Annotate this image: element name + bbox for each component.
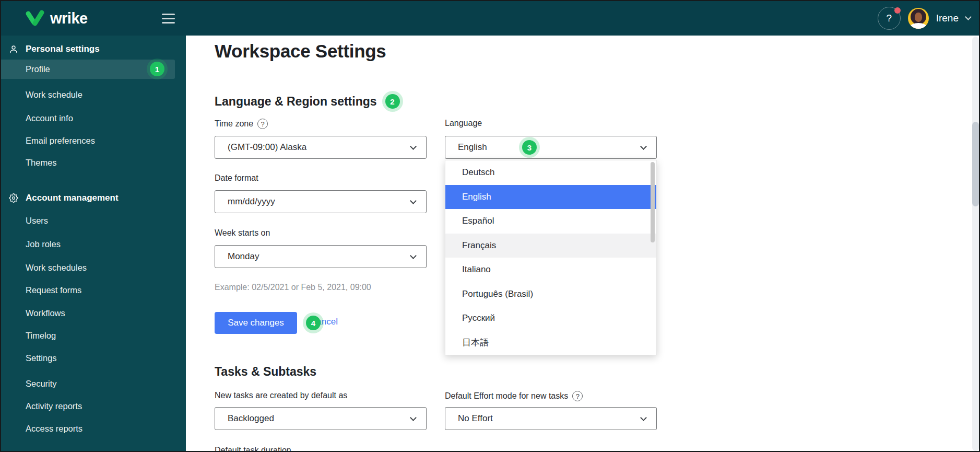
dropdown-scrollbar-thumb[interactable] bbox=[651, 162, 655, 242]
menu-bar bbox=[162, 18, 175, 19]
effort-mode-label: Default Effort mode for new tasks ? bbox=[445, 391, 583, 401]
sidebar-item-access-reports[interactable]: Access reports bbox=[1, 419, 175, 438]
language-option-italiano[interactable]: Italiano bbox=[445, 258, 656, 282]
section-heading-language-region: Language & Region settings bbox=[215, 95, 377, 109]
question-mark-icon: ? bbox=[886, 13, 892, 24]
sidebar-item-activity-reports[interactable]: Activity reports bbox=[1, 397, 175, 416]
sidebar-section-personal-settings: Personal settings bbox=[1, 41, 186, 57]
chevron-down-icon bbox=[640, 143, 647, 150]
annotation-badge-3: 3 bbox=[522, 140, 537, 155]
help-icon[interactable]: ? bbox=[257, 119, 268, 129]
notification-dot bbox=[894, 7, 901, 14]
menu-button[interactable] bbox=[162, 8, 182, 28]
chevron-down-icon bbox=[410, 252, 417, 259]
chevron-down-icon[interactable] bbox=[965, 14, 972, 20]
wrike-logo: wrike bbox=[24, 1, 88, 36]
section-heading-tasks-subtasks: Tasks & Subtasks bbox=[215, 365, 316, 379]
topbar: wrike ? Irene bbox=[1, 1, 979, 36]
save-changes-button[interactable]: Save changes bbox=[215, 312, 297, 334]
avatar-face bbox=[915, 13, 922, 22]
page-scrollbar-thumb[interactable] bbox=[972, 122, 979, 206]
wrike-check-icon bbox=[24, 10, 45, 27]
menu-bar bbox=[162, 14, 175, 15]
effort-mode-select[interactable]: No Effort bbox=[445, 407, 657, 430]
week-starts-on-label: Week starts on bbox=[215, 228, 270, 238]
chevron-down-icon bbox=[640, 414, 647, 421]
new-tasks-default-select[interactable]: Backlogged bbox=[215, 407, 427, 430]
date-format-label: Date format bbox=[215, 173, 258, 183]
week-starts-on-value: Monday bbox=[228, 251, 259, 262]
sidebar-item-email-preferences[interactable]: Email preferences bbox=[1, 131, 175, 150]
chevron-down-icon bbox=[410, 198, 417, 204]
annotation-badge-2: 2 bbox=[385, 94, 400, 109]
time-zone-label: Time zone ? bbox=[215, 119, 268, 129]
help-icon[interactable]: ? bbox=[572, 391, 583, 401]
language-option-nihongo[interactable]: 日本語 bbox=[445, 331, 656, 355]
sidebar-item-workflows[interactable]: Workflows bbox=[1, 304, 175, 323]
gear-icon bbox=[9, 193, 18, 203]
effort-mode-value: No Effort bbox=[458, 413, 493, 424]
new-tasks-default-label: New tasks are created by default as bbox=[215, 391, 347, 400]
default-task-duration-label: Default task duration bbox=[215, 446, 291, 451]
sidebar-section-account-management: Account management bbox=[1, 190, 186, 206]
user-avatar[interactable] bbox=[908, 8, 929, 29]
settings-sidebar: Personal settings Profile 1 Work schedul… bbox=[1, 36, 186, 451]
sidebar-item-job-roles[interactable]: Job roles bbox=[1, 235, 175, 254]
date-format-select[interactable]: mm/dd/yyyy bbox=[215, 190, 427, 213]
annotation-badge-4: 4 bbox=[306, 316, 321, 330]
tasks-subtasks-heading-row: Tasks & Subtasks bbox=[215, 365, 316, 379]
week-starts-on-select[interactable]: Monday bbox=[215, 245, 427, 268]
date-format-value: mm/dd/yyyy bbox=[228, 196, 275, 207]
chevron-down-icon bbox=[410, 414, 417, 421]
sidebar-item-work-schedules[interactable]: Work schedules bbox=[1, 258, 175, 277]
sidebar-item-account-info[interactable]: Account info bbox=[1, 109, 175, 128]
person-icon bbox=[9, 44, 18, 54]
wrike-wordmark: wrike bbox=[50, 10, 88, 27]
annotation-badge-1: 1 bbox=[150, 62, 164, 76]
time-zone-value: (GMT-09:00) Alaska bbox=[228, 142, 306, 153]
language-dropdown-list: Deutsch English Español Français Italian… bbox=[445, 160, 657, 355]
language-value: English bbox=[458, 142, 487, 153]
user-name[interactable]: Irene bbox=[936, 13, 959, 24]
sidebar-item-themes[interactable]: Themes bbox=[1, 153, 175, 172]
avatar-shirt bbox=[910, 23, 927, 29]
help-button[interactable]: ? bbox=[878, 7, 901, 30]
sidebar-item-request-forms[interactable]: Request forms bbox=[1, 281, 175, 300]
sidebar-item-security[interactable]: Security bbox=[1, 374, 175, 393]
language-option-espanol[interactable]: Español bbox=[445, 209, 656, 234]
new-tasks-default-value: Backlogged bbox=[228, 413, 274, 424]
chevron-down-icon bbox=[410, 143, 417, 150]
language-option-portugues-brasil[interactable]: Português (Brasil) bbox=[445, 282, 656, 307]
sidebar-item-timelog[interactable]: Timelog bbox=[1, 326, 175, 345]
page-scrollbar-track[interactable] bbox=[972, 37, 979, 451]
language-option-francais[interactable]: Français bbox=[445, 234, 656, 258]
sidebar-item-profile[interactable]: Profile bbox=[1, 60, 175, 79]
language-region-heading-row: Language & Region settings 2 bbox=[215, 94, 400, 109]
language-option-deutsch[interactable]: Deutsch bbox=[445, 160, 656, 185]
language-label: Language bbox=[445, 119, 482, 128]
date-example-text: Example: 02/5/2021 or Feb 5, 2021, 09:00 bbox=[215, 283, 371, 292]
language-select[interactable]: English 3 bbox=[445, 136, 657, 159]
language-option-english[interactable]: English bbox=[445, 185, 656, 210]
page-title: Workspace Settings bbox=[215, 41, 386, 62]
topbar-right: ? Irene bbox=[878, 1, 971, 36]
menu-bar bbox=[162, 22, 175, 24]
time-zone-select[interactable]: (GMT-09:00) Alaska bbox=[215, 136, 427, 159]
wrike-settings-window: wrike ? Irene bbox=[0, 0, 980, 452]
sidebar-item-users[interactable]: Users bbox=[1, 211, 175, 230]
sidebar-item-settings[interactable]: Settings bbox=[1, 349, 175, 368]
sidebar-item-work-schedule[interactable]: Work schedule bbox=[1, 85, 175, 105]
language-option-russkiy[interactable]: Русский bbox=[445, 306, 656, 331]
main-content: Workspace Settings Language & Region set… bbox=[186, 36, 979, 451]
